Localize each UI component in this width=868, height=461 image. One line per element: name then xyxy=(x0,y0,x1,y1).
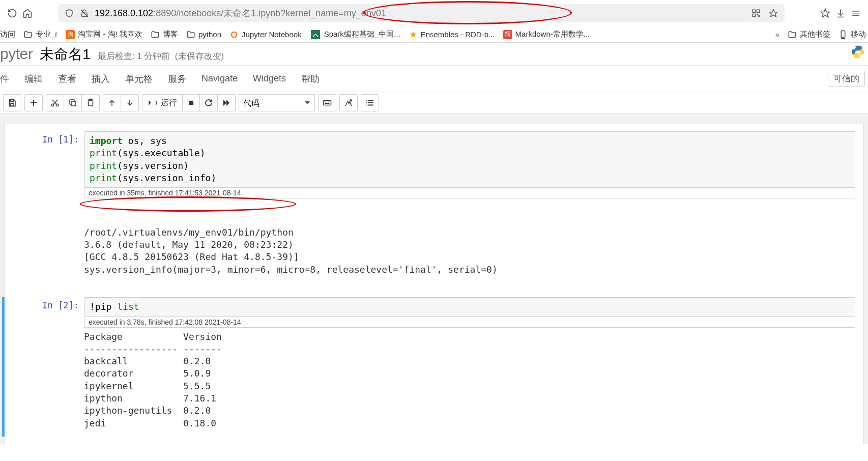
variable-inspector-button[interactable] xyxy=(339,94,358,111)
svg-rect-4 xyxy=(757,14,758,15)
jupyter-logo[interactable]: pyter xyxy=(0,45,33,63)
code-input[interactable]: !pip list xyxy=(84,297,855,316)
star-outline-icon[interactable] xyxy=(820,8,830,18)
svg-rect-21 xyxy=(189,101,193,105)
exec-info: executed in 3.78s, finished 17:42:08 202… xyxy=(84,317,855,328)
browser-chrome: 192.168.0.102:8890/notebooks/未命名1.ipynb?… xyxy=(0,0,868,26)
toolbar: 运行 代码 xyxy=(0,92,868,114)
qr-icon[interactable] xyxy=(751,8,761,18)
notebook-container: In [1]: import os, sys print(sys.executa… xyxy=(4,124,864,444)
svg-point-12 xyxy=(855,47,856,48)
bookmarks-bar: 访问 专业_r 淘淘宝网 - 淘! 我喜欢 博客 python Jupyter … xyxy=(0,26,868,43)
svg-rect-20 xyxy=(156,101,157,105)
menu-file[interactable]: 件 xyxy=(0,73,9,85)
cell-prompt: In [1]: xyxy=(13,131,84,198)
exec-info: executed in 35ms, finished 17:41:53 2021… xyxy=(84,188,855,198)
bookmark-ensembles[interactable]: ★Ensembles - RDD-b... xyxy=(409,30,495,39)
svg-point-8 xyxy=(232,32,237,37)
add-cell-button[interactable] xyxy=(24,94,43,111)
menu-widgets[interactable]: Widgets xyxy=(253,73,286,84)
menu-cell[interactable]: 单元格 xyxy=(125,73,153,85)
code-cell[interactable]: In [1]: import os, sys print(sys.executa… xyxy=(5,131,863,198)
move-down-button[interactable] xyxy=(121,94,139,111)
svg-rect-1 xyxy=(753,10,755,12)
bookmark-markdown[interactable]: 简Markdown-常用数学... xyxy=(503,30,590,39)
restart-run-all-button[interactable] xyxy=(218,94,236,111)
cell-type-select[interactable]: 代码 xyxy=(239,94,315,111)
svg-rect-3 xyxy=(753,14,755,17)
svg-rect-5 xyxy=(759,16,760,17)
bookmark-taobao[interactable]: 淘淘宝网 - 淘! 我喜欢 xyxy=(66,30,142,39)
notebook-area: In [1]: import os, sys print(sys.executa… xyxy=(0,114,868,444)
menu-navigate[interactable]: Navigate xyxy=(201,73,238,84)
svg-rect-22 xyxy=(324,101,331,105)
restart-button[interactable] xyxy=(200,94,218,111)
bookmark-jupyter[interactable]: Jupyter Notebook xyxy=(229,30,302,39)
code-input[interactable]: import os, sys print(sys.executable) pri… xyxy=(84,131,855,188)
url-text: 192.168.0.102:8890/notebooks/未命名1.ipynb?… xyxy=(95,7,386,19)
reload-icon[interactable] xyxy=(7,8,17,18)
run-button[interactable]: 运行 xyxy=(142,94,183,111)
paste-button[interactable] xyxy=(82,94,100,111)
visit-label: 访问 xyxy=(0,30,15,39)
annotation-ellipse-url xyxy=(363,1,572,24)
menubar: 件 编辑 查看 插入 单元格 服务 Navigate Widgets 帮助 可信… xyxy=(0,65,868,92)
move-up-button[interactable] xyxy=(103,94,121,111)
cell-prompt: In [2]: xyxy=(13,297,84,327)
bookmark-mobile[interactable]: 移动 xyxy=(838,30,866,39)
bookmark-folder[interactable]: 博客 xyxy=(151,30,178,39)
bookmark-spark[interactable]: Spark编程基础_中国... xyxy=(310,30,400,39)
cell-output: Package Version ----------------- ------… xyxy=(2,328,863,437)
python-logo-icon xyxy=(851,45,865,59)
shield-icon xyxy=(64,8,74,18)
svg-marker-6 xyxy=(770,10,777,17)
svg-rect-2 xyxy=(757,10,760,12)
menu-view[interactable]: 查看 xyxy=(58,73,76,85)
notebook-header: pyter 未命名1 最后检查: 1 分钟前 (未保存改变) xyxy=(0,43,868,65)
interrupt-button[interactable] xyxy=(183,94,200,111)
toc-button[interactable] xyxy=(361,94,379,111)
trusted-indicator[interactable]: 可信的 xyxy=(828,71,865,87)
home-icon[interactable] xyxy=(22,8,33,18)
bookmark-other-folder[interactable]: 其他书签 xyxy=(788,30,830,39)
code-cell[interactable]: In [2]: !pip list executed in 3.78s, fin… xyxy=(2,297,863,327)
save-button[interactable] xyxy=(3,94,21,111)
checkpoint-status: 最后检查: 1 分钟前 (未保存改变) xyxy=(98,50,224,62)
cut-button[interactable] xyxy=(46,94,64,111)
svg-point-13 xyxy=(859,56,860,57)
bookmark-folder[interactable]: 专业_r xyxy=(23,30,57,39)
copy-button[interactable] xyxy=(64,94,82,111)
cell-output: /root/.virtualenvs/my_env01/bin/python 3… xyxy=(5,198,863,295)
svg-point-11 xyxy=(843,37,844,38)
address-bar[interactable]: 192.168.0.102:8890/notebooks/未命名1.ipynb?… xyxy=(58,4,785,22)
svg-rect-17 xyxy=(71,101,76,106)
svg-marker-7 xyxy=(821,9,830,17)
menu-kernel[interactable]: 服务 xyxy=(168,73,186,85)
bookmark-folder[interactable]: python xyxy=(186,30,221,39)
svg-point-23 xyxy=(350,100,352,101)
notebook-title[interactable]: 未命名1 xyxy=(40,45,91,64)
download-icon[interactable] xyxy=(835,8,846,18)
star-icon[interactable] xyxy=(768,8,778,18)
command-palette-button[interactable] xyxy=(318,94,336,111)
annotation-ellipse-output xyxy=(80,196,296,212)
menu-help[interactable]: 帮助 xyxy=(301,73,320,85)
svg-rect-14 xyxy=(11,104,14,106)
menu-insert[interactable]: 插入 xyxy=(92,73,110,85)
bookmarks-overflow-icon[interactable]: » xyxy=(775,30,779,39)
menu-edit[interactable]: 编辑 xyxy=(24,73,43,85)
lock-slash-icon xyxy=(79,8,90,18)
sidebar-icon[interactable] xyxy=(851,8,861,18)
